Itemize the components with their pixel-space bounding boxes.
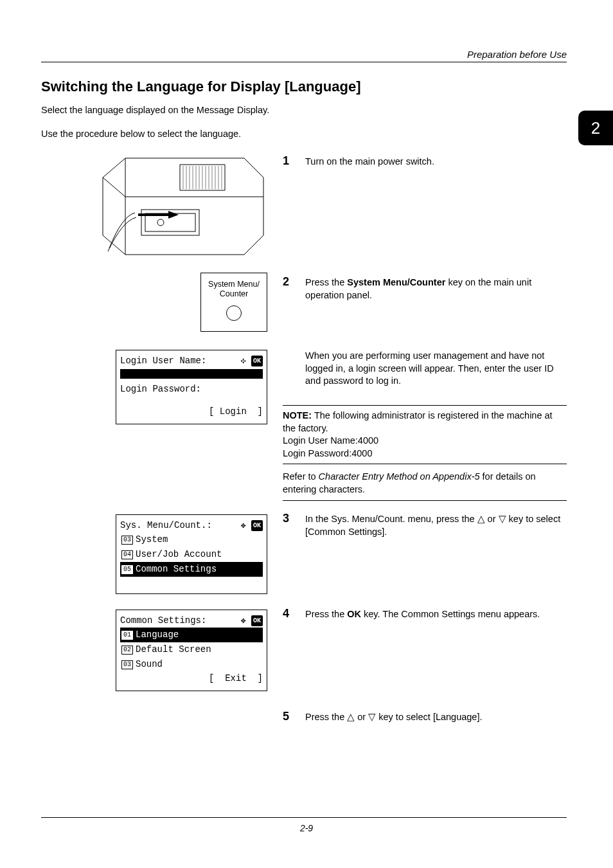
lcd-item-text: Sound — [136, 658, 163, 671]
system-menu-button-figure: System Menu/ Counter — [200, 273, 267, 332]
lcd-item-text: Language — [136, 628, 179, 642]
lcd-login-screen: Login User Name: ✣ OK Login Password: [ … — [116, 350, 267, 424]
lcd-item-num: 03 — [121, 536, 133, 545]
triangle-down-icon: ▽ — [499, 514, 506, 524]
svg-point-2 — [157, 219, 164, 226]
step-text-3: In the Sys. Menu/Count. menu, press the … — [305, 513, 567, 538]
nav-icon: ✥ — [241, 615, 246, 628]
nav-icon: ✥ — [241, 520, 246, 532]
step-number-3: 3 — [283, 512, 289, 525]
step-2-pre: Press the — [305, 277, 347, 287]
note-label: NOTE: — [283, 410, 312, 420]
lcd-item-text: Default Screen — [136, 643, 211, 656]
refer-rule — [283, 500, 567, 501]
intro-paragraph-2: Use the procedure below to select the la… — [41, 129, 241, 139]
lcd-item-num: 01 — [121, 631, 133, 640]
step-5-mid: or — [355, 712, 368, 722]
step-number-1: 1 — [283, 154, 289, 168]
intro-paragraph-1: Select the language displayed on the Mes… — [41, 105, 269, 115]
step-text-4: Press the OK key. The Common Settings me… — [305, 608, 567, 621]
lcd-cursor-bar — [120, 369, 263, 379]
lcd-sys-title: Sys. Menu/Count.: — [120, 519, 212, 532]
triangle-up-icon: △ — [477, 514, 485, 524]
triangle-down-icon: ▽ — [368, 712, 376, 722]
refer-pre: Refer to — [283, 471, 319, 482]
lcd-item-num: 05 — [121, 565, 133, 574]
lcd-item-num: 04 — [121, 550, 133, 559]
lcd-item-num: 02 — [121, 646, 133, 655]
lcd-login-title: Login User Name: — [120, 354, 206, 368]
lcd-item-text: User/Job Account — [136, 548, 222, 561]
lcd-common-softkey: [ Exit ] — [209, 672, 263, 685]
step-number-2: 2 — [283, 275, 289, 289]
step-number-4: 4 — [283, 607, 289, 620]
step-4-post: key. The Common Settings menu appears. — [361, 609, 540, 619]
note-line1: The following administrator is registere… — [283, 410, 553, 433]
step-3-mid: or — [485, 514, 499, 524]
step-5-pre: Press the — [305, 712, 347, 722]
note-line2: Login User Name:4000 — [283, 435, 378, 446]
step-2-bold: System Menu/Counter — [347, 277, 445, 287]
note-line3: Login Password:4000 — [283, 448, 372, 458]
step-text-1: Turn on the main power switch. — [305, 156, 567, 168]
step-1-body: Turn on the main power switch. — [305, 156, 434, 167]
footer-rule — [41, 817, 567, 818]
svg-marker-3 — [168, 211, 179, 219]
refer-link: Character Entry Method on Appendix-5 — [319, 471, 480, 482]
step-text-2: Press the System Menu/Counter key on the… — [305, 276, 567, 302]
page-number: 2-9 — [0, 823, 613, 833]
button-label-line1: System Menu/ — [201, 280, 267, 289]
section-title: Switching the Language for Display [Lang… — [41, 78, 360, 95]
note-block: NOTE: The following administrator is reg… — [283, 405, 567, 464]
step-number-5: 5 — [283, 710, 289, 723]
step-text-5: Press the △ or ▽ key to select [Language… — [305, 711, 567, 724]
triangle-up-icon: △ — [347, 712, 355, 722]
nav-icon: ✣ — [241, 355, 246, 368]
lcd-item-text: Common Settings — [136, 563, 217, 576]
lcd-common-settings-screen: Common Settings: ✥ OK 01 Language 02 Def… — [116, 610, 267, 691]
lcd-item-num: 03 — [121, 660, 133, 669]
step-2-continuation: When you are performing user management … — [305, 350, 567, 388]
lcd-login-password-label: Login Password: — [120, 383, 263, 396]
step-3-pre: In the Sys. Menu/Count. menu, press the — [305, 514, 477, 524]
step-4-pre: Press the — [305, 609, 347, 619]
button-led-icon — [226, 305, 242, 321]
header-rule — [41, 62, 567, 62]
chapter-tab: 2 — [578, 111, 613, 145]
lcd-common-title: Common Settings: — [120, 614, 206, 628]
ok-badge: OK — [251, 615, 263, 626]
lcd-item-text: System — [136, 533, 168, 547]
machine-illustration — [96, 152, 267, 258]
lcd-sys-menu-screen: Sys. Menu/Count.: ✥ OK 03 System 04 User… — [116, 514, 267, 594]
step-5-post: key to select [Language]. — [376, 712, 482, 722]
ok-badge: OK — [251, 356, 263, 366]
ok-badge: OK — [251, 520, 263, 531]
button-label-line2: Counter — [201, 289, 267, 299]
refer-paragraph: Refer to Character Entry Method on Appen… — [283, 471, 567, 496]
running-head: Preparation before Use — [467, 49, 567, 60]
step-4-bold: OK — [347, 609, 361, 619]
lcd-login-softkey: [ Login ] — [209, 405, 263, 419]
